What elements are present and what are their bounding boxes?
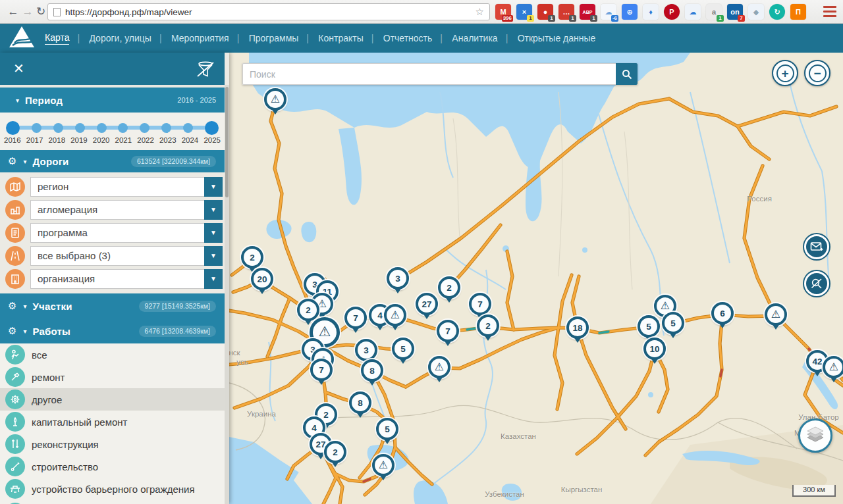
map-marker-warning[interactable]: ⚠: [264, 88, 286, 111]
stop-hand-icon[interactable]: ●1: [537, 4, 553, 20]
map-marker-count[interactable]: 8: [361, 359, 383, 382]
globe-icon[interactable]: ⊕: [622, 4, 638, 20]
chevron-down-icon[interactable]: ▼: [204, 200, 223, 220]
nav-item[interactable]: Отчетность: [383, 33, 433, 43]
period-slider[interactable]: 2016201720182019202020212022202320242025: [0, 113, 225, 150]
map-marker-count[interactable]: 8: [349, 391, 371, 414]
year-dot[interactable]: [97, 123, 107, 133]
work-type-other[interactable]: другое: [0, 388, 225, 411]
gear-icon[interactable]: ⚙: [8, 325, 16, 337]
reload-icon[interactable]: ↻: [33, 4, 49, 20]
map-marker-count[interactable]: 3: [355, 339, 377, 361]
search-off-button[interactable]: [804, 271, 829, 296]
year-dot[interactable]: [75, 123, 85, 133]
map-marker-count[interactable]: 5: [662, 312, 684, 334]
gear-icon[interactable]: ⚙: [8, 155, 16, 167]
gmail-icon[interactable]: M396: [495, 4, 511, 20]
map-marker-count[interactable]: 2: [438, 276, 460, 299]
site-logo[interactable]: [8, 25, 36, 51]
adblock-plus-icon[interactable]: ABP1: [580, 4, 595, 20]
blue-x-icon[interactable]: ×1: [516, 4, 532, 20]
work-type-all[interactable]: все: [0, 343, 225, 366]
road-type-select[interactable]: все выбрано (3): [30, 246, 204, 266]
map-marker-count[interactable]: 2: [241, 246, 263, 268]
chevron-down-icon[interactable]: ▼: [204, 223, 223, 243]
section-works[interactable]: ⚙ ▾ Работы 6476 [13208.4639км]: [0, 318, 225, 343]
work-type-reconstruction[interactable]: реконструкция: [0, 433, 225, 455]
feedback-button[interactable]: [804, 234, 829, 259]
bookmark-star-icon[interactable]: ☆: [476, 6, 484, 18]
program-select[interactable]: программа: [30, 223, 204, 243]
year-dot[interactable]: [161, 123, 171, 133]
map-marker-warning[interactable]: ⚠: [765, 303, 787, 326]
sidebar-scrollbar[interactable]: [225, 85, 229, 504]
droplet-icon[interactable]: ◆: [748, 4, 764, 20]
section-sites[interactable]: ⚙ ▾ Участки 9277 [15149.3525км]: [0, 293, 225, 318]
map-marker-count[interactable]: 7: [437, 320, 459, 342]
section-roads[interactable]: ⚙ ▾ Дороги 613524 [322009.344км]: [0, 150, 225, 172]
organization-select[interactable]: организация: [30, 269, 204, 289]
gear-icon[interactable]: ⚙: [8, 300, 16, 312]
map-marker-count[interactable]: 7: [469, 293, 491, 315]
pinterest-icon[interactable]: P: [664, 4, 680, 20]
password-dots-icon[interactable]: …1: [558, 4, 574, 20]
work-type-capital-repair[interactable]: капитальный ремонт: [0, 411, 225, 433]
sync-icon[interactable]: ↻: [769, 4, 785, 20]
section-period[interactable]: ▾ Период 2016 - 2025: [0, 88, 225, 113]
map-marker-count[interactable]: 5: [392, 338, 414, 360]
address-bar[interactable]: https://дорфонд.рф/map/viewer ☆: [47, 3, 490, 20]
year-dot[interactable]: [205, 121, 219, 135]
work-type-repair[interactable]: ремонт: [0, 366, 225, 388]
year-dot[interactable]: [6, 121, 20, 135]
orange-app-icon[interactable]: П: [790, 4, 806, 20]
map-marker-warning[interactable]: ⚠: [372, 454, 394, 476]
chevron-down-icon[interactable]: ▼: [204, 246, 223, 266]
region-select[interactable]: регион: [30, 177, 204, 197]
map-viewport[interactable]: ⚠220311⚠23227774⚠⚠72347358⚠18⚠55106⚠42⚠8…: [229, 53, 843, 504]
map-marker-count[interactable]: 7: [310, 359, 333, 381]
nav-item[interactable]: Карта: [45, 32, 69, 45]
map-marker-count[interactable]: 3: [387, 267, 409, 290]
layers-button[interactable]: [798, 418, 832, 453]
agglomeration-select[interactable]: агломерация: [30, 200, 204, 220]
blue-cloud-icon[interactable]: ☁: [685, 4, 701, 20]
map-marker-warning[interactable]: ⚠: [823, 356, 843, 378]
onenote-icon[interactable]: on7: [727, 4, 743, 20]
browser-menu-icon[interactable]: [823, 6, 836, 17]
map-marker-count[interactable]: 5: [376, 418, 398, 440]
chevron-down-icon[interactable]: ▼: [204, 177, 223, 197]
search-button[interactable]: [616, 63, 638, 85]
map-marker-count[interactable]: 5: [638, 315, 660, 338]
work-type-construction[interactable]: строительство: [0, 455, 225, 478]
nav-item[interactable]: Аналитика: [452, 33, 497, 43]
yandex-pin-icon[interactable]: ♦: [643, 4, 659, 20]
map-marker-count[interactable]: 20: [251, 268, 273, 290]
nav-item[interactable]: Программы: [249, 33, 299, 43]
url-text[interactable]: https://дорфонд.рф/map/viewer: [65, 7, 476, 17]
zoom-out-button[interactable]: −: [804, 60, 830, 86]
weather-cloud-icon[interactable]: ☁-6: [601, 4, 616, 20]
map-marker-warning[interactable]: ⚠: [384, 304, 406, 326]
back-icon[interactable]: ←: [5, 4, 21, 20]
year-dot[interactable]: [53, 123, 63, 133]
work-type-barrier[interactable]: устройство барьерного ограждения: [0, 478, 225, 500]
year-dot[interactable]: [140, 123, 150, 133]
map-marker-count[interactable]: 2: [477, 315, 499, 337]
year-dot[interactable]: [32, 123, 41, 133]
year-dot[interactable]: [183, 123, 193, 133]
map-marker-count[interactable]: 27: [416, 293, 438, 315]
chevron-down-icon[interactable]: ▼: [204, 269, 223, 289]
nav-item[interactable]: Открытые данные: [518, 33, 596, 43]
clear-filter-icon[interactable]: [196, 61, 215, 80]
map-marker-count[interactable]: 6: [711, 302, 734, 324]
map-marker-count[interactable]: 2: [324, 441, 346, 463]
nav-item[interactable]: Дороги, улицы: [89, 33, 151, 43]
map-marker-count[interactable]: 7: [344, 307, 367, 329]
map-marker-count[interactable]: 10: [643, 338, 666, 360]
year-dot[interactable]: [118, 123, 128, 133]
search-input[interactable]: [242, 63, 616, 85]
avast-icon[interactable]: a1: [706, 4, 722, 20]
zoom-in-button[interactable]: +: [772, 60, 798, 86]
nav-item[interactable]: Контракты: [318, 33, 363, 43]
map-marker-count[interactable]: 18: [566, 316, 589, 339]
